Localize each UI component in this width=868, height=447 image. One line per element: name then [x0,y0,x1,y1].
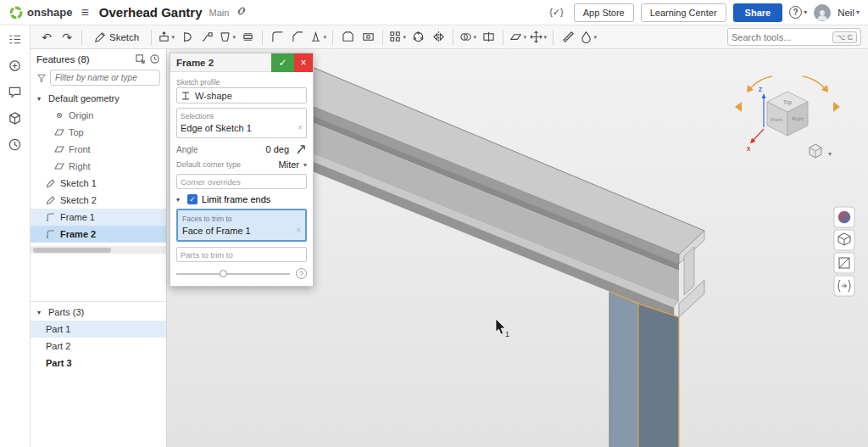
sweep-tool-button[interactable] [198,28,216,47]
chevron-down-icon[interactable]: ▾ [37,95,44,103]
angle-value[interactable]: 0 deg [265,144,289,154]
dialog-header[interactable]: Frame 2 ✓ × [170,53,313,72]
share-link-icon[interactable] [236,5,248,20]
corner-type-select[interactable]: Miter [279,159,299,170]
tree-item-top-plane[interactable]: Top [31,124,166,141]
share-button[interactable]: Share [733,3,783,22]
isolate-button[interactable] [834,276,854,296]
chevron-down-icon[interactable]: ▾ [303,161,307,169]
main-menu-button[interactable]: ≡ [81,5,88,20]
shell-tool-button[interactable] [338,28,357,47]
history-button[interactable] [8,137,22,153]
sketch-label: Sketch [109,32,139,42]
split-tool-button[interactable] [479,28,498,47]
faces-trim-label: Faces to trim to [182,215,301,223]
mirror-tool-button[interactable] [429,28,448,47]
loft-tool-button[interactable]: ▾ [218,28,236,47]
chevron-down-icon[interactable]: ▾ [176,196,183,204]
opposite-direction-icon[interactable] [296,143,307,155]
filter-input[interactable] [50,70,160,86]
tree-item-sketch-1[interactable]: Sketch 1 [31,175,166,192]
confirm-button[interactable]: ✓ [271,53,294,72]
dialog-footer: ? [176,268,307,279]
sketch-button[interactable]: Sketch [87,28,146,47]
sketch-icon [46,195,56,205]
chevron-down-icon[interactable]: ▾ [37,309,44,316]
feature-list-panel-button[interactable] [8,32,22,47]
selections-group[interactable]: Selections Edge of Sketch 1 × [176,108,307,138]
extrude-tool-button[interactable]: ▾ [157,28,175,47]
app-store-button[interactable]: App Store [574,3,634,22]
parts-header-label: Parts (3) [48,307,84,317]
preview-slider[interactable] [176,273,290,275]
tree-item-frame-1[interactable]: Frame 1 [31,209,166,226]
help-icon: ? [789,6,802,19]
viewcube-top-label[interactable]: Top [783,99,793,106]
revolve-tool-button[interactable] [177,28,196,47]
featurescript-icon[interactable]: {✓} [549,7,564,18]
undo-button[interactable]: ↶ [37,28,56,47]
search-tools-box[interactable]: ⌥ C [727,28,861,46]
tree-item-default-geometry[interactable]: ▾ Default geometry [31,90,166,107]
tree-item-sketch-2[interactable]: Sketch 2 [31,192,166,209]
fillet-tool-button[interactable] [268,28,287,47]
tree-item-label: Part 1 [46,324,70,334]
tree-item-part-1[interactable]: Part 1 [31,321,166,338]
corner-overrides-field[interactable]: Corner overrides [176,174,307,189]
plane-tool-button[interactable]: ▾ [509,28,527,47]
section-view-button[interactable] [834,253,854,273]
linear-pattern-tool-button[interactable]: ▾ [388,28,407,47]
cancel-button[interactable]: × [294,53,313,72]
tree-item-label: Sketch 1 [60,178,97,188]
clear-selection-icon[interactable]: × [296,226,301,235]
tree-item-part-2[interactable]: Part 2 [31,338,166,355]
tree-item-front-plane[interactable]: Front [31,141,166,158]
column-frame-2-preview[interactable] [609,292,679,447]
parts-to-trim-field[interactable]: Parts to trim to [176,247,307,262]
comment-button[interactable] [8,85,22,100]
search-tools-input[interactable] [732,32,830,42]
profile-field[interactable]: W-shape [176,87,307,103]
onshape-logo[interactable]: onshape [8,5,72,20]
viewcube-right-label[interactable]: Right [792,116,804,121]
toolbar-divider [262,30,263,45]
rollback-history-button[interactable] [149,53,160,65]
boolean-tool-button[interactable]: ▾ [459,28,477,47]
insert-mate-button[interactable] [8,59,22,74]
faces-to-trim-group[interactable]: Faces to trim to Face of Frame 1 × [176,209,307,242]
appearance-button[interactable] [834,207,854,227]
parts-header-row[interactable]: ▾ Parts (3) [31,304,166,321]
user-menu[interactable]: Neil ▾ [837,8,860,18]
filter-icon [36,73,47,83]
appearance-tool-button[interactable]: ▾ [579,28,598,47]
transform-tool-button[interactable]: ▾ [529,28,548,47]
display-states-button[interactable] [834,230,854,250]
tree-item-right-plane[interactable]: Right [31,158,166,175]
measure-tool-button[interactable] [559,28,577,47]
clear-selection-icon[interactable]: × [298,123,303,132]
chamfer-tool-button[interactable] [288,28,307,47]
thicken-tool-button[interactable] [238,28,257,47]
branch-name[interactable]: Main [209,8,230,18]
panel-scrollbar-track[interactable] [31,246,166,254]
help-menu[interactable]: ? ▾ [789,6,807,19]
export-cube-button[interactable] [8,111,22,126]
redo-button[interactable]: ↷ [58,28,76,47]
draft-tool-button[interactable]: ▾ [309,28,327,47]
pencil-icon [94,31,106,43]
preview-slider-knob[interactable] [220,270,227,277]
learning-center-button[interactable]: Learning Center [641,3,726,22]
tree-item-frame-2[interactable]: Frame 2 [31,226,166,243]
dialog-help-icon[interactable]: ? [296,268,307,279]
default-geometry-label: Default geometry [48,93,120,103]
viewcube-front-label[interactable]: Front [771,117,782,122]
panel-options-button[interactable] [135,53,146,65]
panel-scrollbar-thumb[interactable] [33,248,111,253]
tree-item-origin[interactable]: Origin [31,107,166,124]
avatar[interactable] [814,4,831,21]
hole-tool-button[interactable] [359,28,377,47]
profile-value: W-shape [195,91,232,101]
circular-pattern-tool-button[interactable] [409,28,427,47]
limit-frame-ends-checkbox[interactable]: ✓ [187,194,198,204]
tree-item-part-3[interactable]: Part 3 [31,355,166,372]
